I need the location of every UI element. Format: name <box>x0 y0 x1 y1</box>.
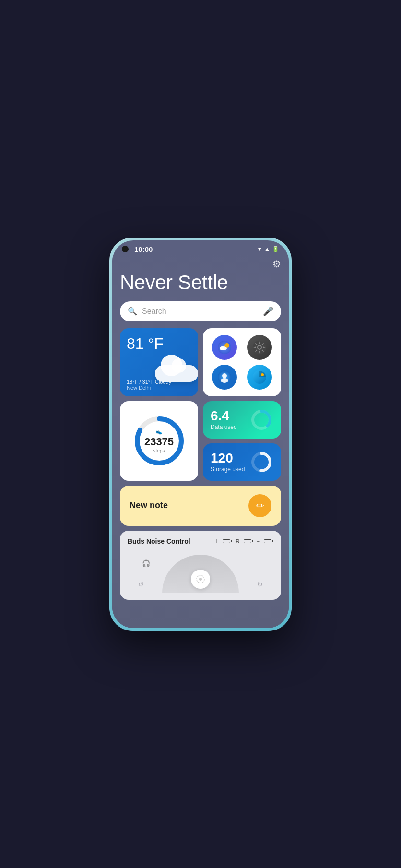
right-widgets: 6.4 Data used 120 <box>203 401 281 481</box>
weather-city: New Delhi <box>127 385 171 391</box>
svg-point-8 <box>222 373 227 378</box>
pencil-icon: ✏ <box>256 500 264 511</box>
buds-title: Buds Noise Control <box>128 537 190 545</box>
weather-info: 18°F / 31°F Cloudy New Delhi <box>127 379 171 391</box>
steps-label: steps <box>144 448 174 453</box>
contacts-app-icon[interactable] <box>212 365 237 390</box>
storage-value: 120 <box>211 452 245 465</box>
weather-cloud-visual <box>150 358 198 382</box>
hero-title: Never Settle <box>120 272 281 294</box>
wifi-icon: ▼ <box>257 246 262 252</box>
data-label: Data used <box>211 424 237 430</box>
buds-status: L R − <box>215 538 273 544</box>
data-widget[interactable]: 6.4 Data used <box>203 401 281 439</box>
screen-content: ⚙ Never Settle 🔍 Search 🎤 81 °F <box>112 255 289 628</box>
minus-label: − <box>257 538 260 544</box>
buds-visual: 🎧 ↺ ↻ <box>128 550 273 593</box>
note-label: New note <box>130 500 168 511</box>
search-placeholder: Search <box>142 307 258 316</box>
signal-icon: ▲ <box>264 246 270 252</box>
storage-chart <box>249 450 273 474</box>
left-battery <box>223 539 232 543</box>
left-label: L <box>215 538 218 544</box>
left-top-ear-icon: 🎧 <box>142 559 150 567</box>
steps-center: 👟 23375 steps <box>144 428 174 453</box>
settings-button[interactable]: ⚙ <box>272 258 281 270</box>
buds-widget: Buds Noise Control L R − <box>120 531 281 600</box>
buds-center-button[interactable] <box>191 570 210 589</box>
svg-point-3 <box>220 346 224 350</box>
search-icon: 🔍 <box>128 307 137 316</box>
weather-range: 18°F / 31°F Cloudy <box>127 379 171 385</box>
right-battery <box>244 539 253 543</box>
steps-count: 23375 <box>144 436 174 448</box>
data-chart <box>249 408 273 432</box>
camera-notch <box>122 246 129 252</box>
storage-widget[interactable]: 120 Storage used <box>203 443 281 481</box>
first-widget-row: 81 °F 18°F / 31°F Cloudy New Delhi <box>120 328 281 396</box>
note-edit-button[interactable]: ✏ <box>248 494 271 517</box>
apps-widget <box>203 328 281 396</box>
data-value: 6.4 <box>211 409 237 423</box>
svg-point-11 <box>261 373 264 376</box>
svg-point-19 <box>199 578 202 581</box>
status-bar: 10:00 ▼ ▲ 🔋 <box>112 240 289 255</box>
weather-app-icon[interactable] <box>212 335 237 360</box>
storage-info: 120 Storage used <box>211 452 245 473</box>
buds-header: Buds Noise Control L R − <box>128 537 273 545</box>
steps-widget[interactable]: 👟 23375 steps <box>120 401 198 481</box>
right-bottom-ear-icon: ↻ <box>257 581 263 588</box>
note-widget[interactable]: New note ✏ <box>120 486 281 526</box>
status-time: 10:00 <box>134 245 153 253</box>
right-label: R <box>236 538 240 544</box>
phone-screen: 10:00 ▼ ▲ 🔋 ⚙ Never Settle 🔍 Search 🎤 <box>112 240 289 628</box>
weather-temperature: 81 °F <box>127 335 191 353</box>
data-info: 6.4 Data used <box>211 409 237 430</box>
svg-point-6 <box>258 346 261 349</box>
phone-frame: 10:00 ▼ ▲ 🔋 ⚙ Never Settle 🔍 Search 🎤 <box>109 238 292 631</box>
steps-ring: 👟 23375 steps <box>133 415 186 467</box>
svg-point-9 <box>221 378 228 383</box>
settings-app-icon[interactable] <box>247 335 272 360</box>
second-widget-row: 👟 23375 steps 6.4 Data used <box>120 401 281 481</box>
weather-widget[interactable]: 81 °F 18°F / 31°F Cloudy New Delhi <box>120 328 198 396</box>
display-app-icon[interactable] <box>247 365 272 390</box>
status-icons: ▼ ▲ 🔋 <box>257 246 279 252</box>
status-left: 10:00 <box>122 245 153 253</box>
mic-icon[interactable]: 🎤 <box>263 306 273 317</box>
battery-icon: 🔋 <box>272 246 279 252</box>
search-bar[interactable]: 🔍 Search 🎤 <box>120 301 281 321</box>
case-battery <box>264 539 273 543</box>
settings-row: ⚙ <box>120 255 281 272</box>
storage-label: Storage used <box>211 466 245 473</box>
left-bottom-ear-icon: ↺ <box>138 581 144 588</box>
